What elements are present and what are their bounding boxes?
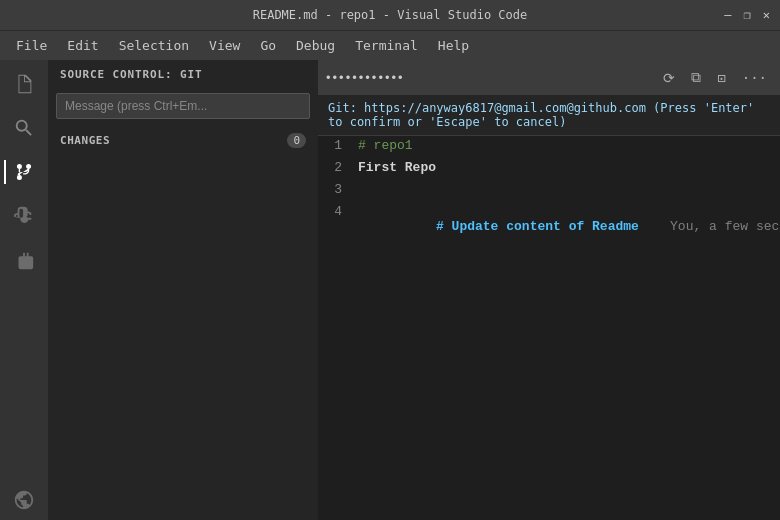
code-line-3: 3 <box>318 182 780 204</box>
window-controls[interactable]: — ❐ ✕ <box>724 8 770 22</box>
window-title: README.md - repo1 - Visual Studio Code <box>253 8 528 22</box>
menu-debug[interactable]: Debug <box>288 36 343 55</box>
git-toolbar-refresh[interactable]: ⟳ <box>658 67 680 89</box>
line-content-4: # Update content of Readme You, a few se… <box>358 204 780 249</box>
close-button[interactable]: ✕ <box>763 8 770 22</box>
git-blame-text: You, a few seconds ago • Uncom... <box>639 219 780 234</box>
menu-selection[interactable]: Selection <box>111 36 197 55</box>
sidebar: SOURCE CONTROL: GIT CHANGES 0 <box>48 60 318 520</box>
menu-view[interactable]: View <box>201 36 248 55</box>
source-control-icon[interactable] <box>4 152 44 192</box>
git-credential-overlay: ⟳ ⧉ ⊡ ··· Git: https://anyway6817@gmail.… <box>318 60 780 136</box>
git-toolbar-split[interactable]: ⧉ <box>686 66 706 89</box>
commit-input-container <box>48 89 318 123</box>
changes-count: 0 <box>287 133 306 148</box>
line-number-4: 4 <box>318 204 358 219</box>
menu-edit[interactable]: Edit <box>59 36 106 55</box>
menu-file[interactable]: File <box>8 36 55 55</box>
restore-button[interactable]: ❐ <box>744 8 751 22</box>
line-content-2: First Repo <box>358 160 436 175</box>
search-icon[interactable] <box>4 108 44 148</box>
editor-area: ⟳ ⧉ ⊡ ··· Git: https://anyway6817@gmail.… <box>318 60 780 520</box>
menu-terminal[interactable]: Terminal <box>347 36 426 55</box>
code-line-4: 4 # Update content of Readme You, a few … <box>318 204 780 226</box>
changes-section: CHANGES 0 <box>48 123 318 158</box>
title-bar: README.md - repo1 - Visual Studio Code —… <box>0 0 780 30</box>
changes-label: CHANGES <box>60 134 110 147</box>
explorer-icon[interactable] <box>4 64 44 104</box>
heading-text: # Update content of Readme <box>436 219 639 234</box>
git-hint-bar: Git: https://anyway6817@gmail.com@github… <box>318 95 780 136</box>
activity-bar <box>0 60 48 520</box>
git-input-bar: ⟳ ⧉ ⊡ ··· <box>318 60 780 95</box>
commit-message-input[interactable] <box>56 93 310 119</box>
debug-icon[interactable] <box>4 196 44 236</box>
code-area: 1 # repo1 2 First Repo 3 4 # Update cont… <box>318 130 780 520</box>
menu-help[interactable]: Help <box>430 36 477 55</box>
git-toolbar-overflow[interactable]: ··· <box>737 67 772 89</box>
line-number-2: 2 <box>318 160 358 175</box>
menu-bar: File Edit Selection View Go Debug Termin… <box>0 30 780 60</box>
main-area: SOURCE CONTROL: GIT CHANGES 0 ⟳ ⧉ ⊡ ··· … <box>0 60 780 520</box>
code-line-1: 1 # repo1 <box>318 138 780 160</box>
code-line-2: 2 First Repo <box>318 160 780 182</box>
line-number-1: 1 <box>318 138 358 153</box>
git-password-input[interactable] <box>326 70 652 85</box>
line-content-1: # repo1 <box>358 138 413 153</box>
line-number-3: 3 <box>318 182 358 197</box>
git-toolbar-layout[interactable]: ⊡ <box>712 67 730 89</box>
remote-icon[interactable] <box>4 480 44 520</box>
minimize-button[interactable]: — <box>724 8 731 22</box>
changes-header[interactable]: CHANGES 0 <box>48 129 318 152</box>
extensions-icon[interactable] <box>4 240 44 280</box>
sidebar-header: SOURCE CONTROL: GIT <box>48 60 318 89</box>
menu-go[interactable]: Go <box>252 36 284 55</box>
